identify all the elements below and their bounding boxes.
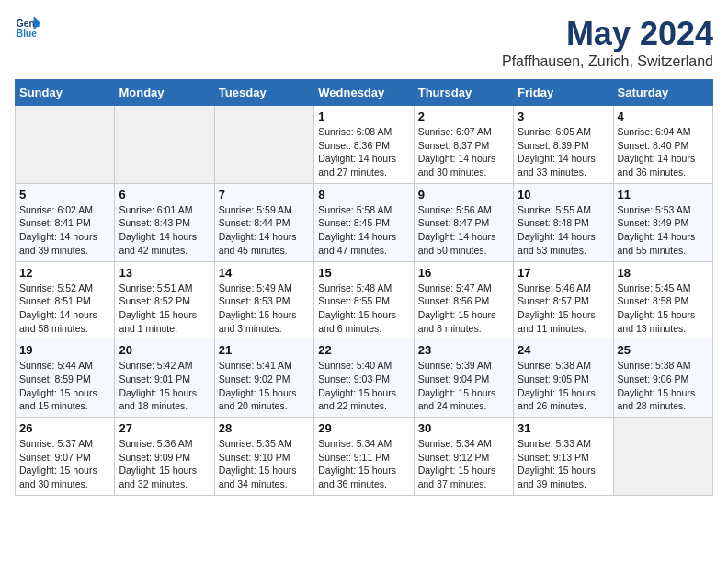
logo: General Blue <box>15 15 40 40</box>
day-number: 9 <box>418 188 509 201</box>
calendar-cell: 5Sunrise: 6:02 AM Sunset: 8:41 PM Daylig… <box>16 183 115 261</box>
calendar-cell: 1Sunrise: 6:08 AM Sunset: 8:36 PM Daylig… <box>314 106 414 184</box>
day-info: Sunrise: 5:33 AM Sunset: 9:13 PM Dayligh… <box>518 437 609 491</box>
day-number: 23 <box>418 343 509 357</box>
day-number: 7 <box>219 188 310 201</box>
day-number: 30 <box>418 421 509 435</box>
svg-text:Blue: Blue <box>17 29 38 39</box>
calendar-cell <box>16 106 115 184</box>
day-info: Sunrise: 5:40 AM Sunset: 9:03 PM Dayligh… <box>318 359 409 413</box>
calendar-header-row: SundayMondayTuesdayWednesdayThursdayFrid… <box>16 80 713 106</box>
day-number: 5 <box>19 188 110 201</box>
day-info: Sunrise: 6:04 AM Sunset: 8:40 PM Dayligh… <box>618 125 709 179</box>
calendar-cell: 22Sunrise: 5:40 AM Sunset: 9:03 PM Dayli… <box>314 339 414 418</box>
calendar-cell: 26Sunrise: 5:37 AM Sunset: 9:07 PM Dayli… <box>16 418 115 496</box>
subtitle: Pfaffhausen, Zurich, Switzerland <box>502 53 713 70</box>
day-info: Sunrise: 5:35 AM Sunset: 9:10 PM Dayligh… <box>219 437 310 491</box>
day-info: Sunrise: 5:38 AM Sunset: 9:05 PM Dayligh… <box>518 359 609 413</box>
day-info: Sunrise: 5:37 AM Sunset: 9:07 PM Dayligh… <box>19 437 110 491</box>
day-header-friday: Friday <box>514 80 613 106</box>
calendar-cell: 21Sunrise: 5:41 AM Sunset: 9:02 PM Dayli… <box>214 339 313 418</box>
calendar-week-1: 1Sunrise: 6:08 AM Sunset: 8:36 PM Daylig… <box>16 106 713 184</box>
day-number: 22 <box>318 343 409 357</box>
calendar-week-2: 5Sunrise: 6:02 AM Sunset: 8:41 PM Daylig… <box>16 183 713 261</box>
day-number: 2 <box>418 109 509 123</box>
calendar-table: SundayMondayTuesdayWednesdayThursdayFrid… <box>15 79 713 496</box>
calendar-cell: 6Sunrise: 6:01 AM Sunset: 8:43 PM Daylig… <box>115 183 214 261</box>
calendar-cell: 8Sunrise: 5:58 AM Sunset: 8:45 PM Daylig… <box>314 183 414 261</box>
day-info: Sunrise: 5:59 AM Sunset: 8:44 PM Dayligh… <box>219 203 310 258</box>
day-info: Sunrise: 5:53 AM Sunset: 8:49 PM Dayligh… <box>618 203 709 258</box>
calendar-cell: 28Sunrise: 5:35 AM Sunset: 9:10 PM Dayli… <box>214 418 313 496</box>
day-number: 6 <box>119 188 210 201</box>
title-block: May 2024 Pfaffhausen, Zurich, Switzerlan… <box>502 15 713 70</box>
day-number: 28 <box>219 421 310 435</box>
day-number: 11 <box>618 188 709 201</box>
calendar-cell <box>214 106 313 184</box>
day-info: Sunrise: 5:38 AM Sunset: 9:06 PM Dayligh… <box>618 359 709 413</box>
day-info: Sunrise: 5:39 AM Sunset: 9:04 PM Dayligh… <box>418 359 509 413</box>
day-number: 15 <box>318 266 409 280</box>
day-number: 16 <box>418 266 509 280</box>
day-header-monday: Monday <box>115 80 214 106</box>
day-info: Sunrise: 5:58 AM Sunset: 8:45 PM Dayligh… <box>318 203 409 258</box>
calendar-cell: 19Sunrise: 5:44 AM Sunset: 8:59 PM Dayli… <box>16 339 115 418</box>
calendar-week-5: 26Sunrise: 5:37 AM Sunset: 9:07 PM Dayli… <box>16 418 713 496</box>
day-number: 1 <box>318 109 409 123</box>
calendar-cell: 11Sunrise: 5:53 AM Sunset: 8:49 PM Dayli… <box>613 183 712 261</box>
day-info: Sunrise: 5:34 AM Sunset: 9:11 PM Dayligh… <box>318 437 409 491</box>
day-info: Sunrise: 5:36 AM Sunset: 9:09 PM Dayligh… <box>119 437 210 491</box>
day-number: 17 <box>518 266 609 280</box>
day-number: 24 <box>518 343 609 357</box>
day-info: Sunrise: 5:34 AM Sunset: 9:12 PM Dayligh… <box>418 437 509 491</box>
day-info: Sunrise: 6:05 AM Sunset: 8:39 PM Dayligh… <box>518 125 609 179</box>
day-info: Sunrise: 5:51 AM Sunset: 8:52 PM Dayligh… <box>119 282 210 336</box>
calendar-cell: 13Sunrise: 5:51 AM Sunset: 8:52 PM Dayli… <box>115 261 214 339</box>
day-number: 8 <box>318 188 409 201</box>
calendar-cell: 12Sunrise: 5:52 AM Sunset: 8:51 PM Dayli… <box>16 261 115 339</box>
day-number: 12 <box>19 266 110 280</box>
day-info: Sunrise: 5:48 AM Sunset: 8:55 PM Dayligh… <box>318 282 409 336</box>
day-number: 3 <box>518 109 609 123</box>
calendar-cell: 23Sunrise: 5:39 AM Sunset: 9:04 PM Dayli… <box>414 339 513 418</box>
day-number: 29 <box>318 421 409 435</box>
day-info: Sunrise: 5:42 AM Sunset: 9:01 PM Dayligh… <box>119 359 210 413</box>
day-number: 31 <box>518 421 609 435</box>
calendar-cell: 20Sunrise: 5:42 AM Sunset: 9:01 PM Dayli… <box>115 339 214 418</box>
page-header: General Blue May 2024 Pfaffhausen, Zuric… <box>15 15 713 70</box>
day-info: Sunrise: 5:55 AM Sunset: 8:48 PM Dayligh… <box>518 203 609 258</box>
day-number: 27 <box>119 421 210 435</box>
calendar-cell: 10Sunrise: 5:55 AM Sunset: 8:48 PM Dayli… <box>514 183 613 261</box>
day-number: 13 <box>119 266 210 280</box>
calendar-cell: 18Sunrise: 5:45 AM Sunset: 8:58 PM Dayli… <box>613 261 712 339</box>
day-info: Sunrise: 5:41 AM Sunset: 9:02 PM Dayligh… <box>219 359 310 413</box>
day-info: Sunrise: 5:44 AM Sunset: 8:59 PM Dayligh… <box>19 359 110 413</box>
day-info: Sunrise: 5:46 AM Sunset: 8:57 PM Dayligh… <box>518 282 609 336</box>
calendar-week-3: 12Sunrise: 5:52 AM Sunset: 8:51 PM Dayli… <box>16 261 713 339</box>
day-number: 25 <box>618 343 709 357</box>
calendar-cell: 3Sunrise: 6:05 AM Sunset: 8:39 PM Daylig… <box>514 106 613 184</box>
day-header-thursday: Thursday <box>414 80 513 106</box>
day-info: Sunrise: 5:49 AM Sunset: 8:53 PM Dayligh… <box>219 282 310 336</box>
day-number: 18 <box>618 266 709 280</box>
day-header-sunday: Sunday <box>16 80 115 106</box>
calendar-cell: 30Sunrise: 5:34 AM Sunset: 9:12 PM Dayli… <box>414 418 513 496</box>
day-info: Sunrise: 5:47 AM Sunset: 8:56 PM Dayligh… <box>418 282 509 336</box>
day-header-wednesday: Wednesday <box>314 80 414 106</box>
calendar-cell: 27Sunrise: 5:36 AM Sunset: 9:09 PM Dayli… <box>115 418 214 496</box>
day-number: 21 <box>219 343 310 357</box>
day-info: Sunrise: 5:52 AM Sunset: 8:51 PM Dayligh… <box>19 282 110 336</box>
day-info: Sunrise: 6:07 AM Sunset: 8:37 PM Dayligh… <box>418 125 509 179</box>
calendar-cell: 2Sunrise: 6:07 AM Sunset: 8:37 PM Daylig… <box>414 106 513 184</box>
calendar-week-4: 19Sunrise: 5:44 AM Sunset: 8:59 PM Dayli… <box>16 339 713 418</box>
day-number: 26 <box>19 421 110 435</box>
day-number: 14 <box>219 266 310 280</box>
calendar-cell: 17Sunrise: 5:46 AM Sunset: 8:57 PM Dayli… <box>514 261 613 339</box>
day-header-tuesday: Tuesday <box>214 80 313 106</box>
day-number: 19 <box>19 343 110 357</box>
calendar-cell: 7Sunrise: 5:59 AM Sunset: 8:44 PM Daylig… <box>214 183 313 261</box>
calendar-cell <box>613 418 712 496</box>
calendar-cell: 29Sunrise: 5:34 AM Sunset: 9:11 PM Dayli… <box>314 418 414 496</box>
calendar-cell: 24Sunrise: 5:38 AM Sunset: 9:05 PM Dayli… <box>514 339 613 418</box>
calendar-cell: 15Sunrise: 5:48 AM Sunset: 8:55 PM Dayli… <box>314 261 414 339</box>
